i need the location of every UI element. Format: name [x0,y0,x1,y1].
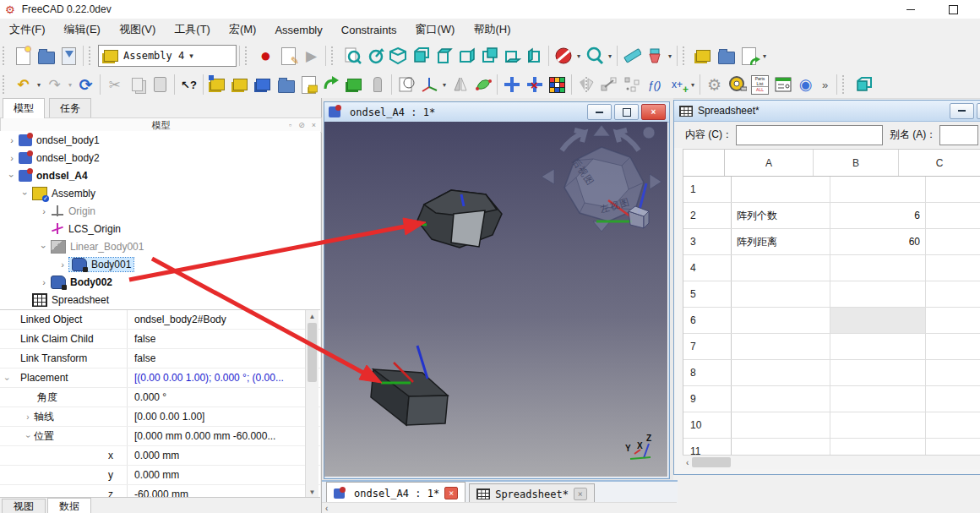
clipping-off-button[interactable] [552,45,574,68]
insert-part-button[interactable] [229,74,252,96]
tree-item-spreadsheet[interactable]: Spreadsheet [0,291,320,308]
tab-view[interactable]: 视图 [2,499,46,513]
cell-c3[interactable] [926,229,980,254]
cell-b4[interactable] [830,255,926,281]
tree-item-linear-body001[interactable]: ›Linear_Body001 [0,237,320,255]
toolbar-grip[interactable] [683,46,689,65]
3d-viewport[interactable]: 后视图 左视图 Z X Y [324,122,667,477]
tree-item-ondsel-body1[interactable]: ›ondsel_body1 [0,131,320,149]
cell-a6[interactable] [732,308,830,333]
chevron-down-icon[interactable]: ▾ [606,45,614,68]
flip-part-button[interactable] [449,74,471,96]
menu-constraints[interactable]: Constraints [332,19,406,41]
cell-c1[interactable] [926,177,980,202]
clipped-tool-button[interactable] [852,74,874,96]
polar-array-button[interactable] [620,74,643,96]
macro-edit-button[interactable]: ✎ [277,45,300,68]
row-header[interactable]: 8 [683,360,732,385]
insert-link-button[interactable] [297,74,320,96]
redo-button[interactable]: ↷ [43,74,66,96]
child-restore-button[interactable] [614,104,639,120]
menu-help[interactable]: 帮助(H) [464,19,520,41]
property-row[interactable]: Link Transformfalse [0,349,320,368]
scroll-left-icon[interactable]: ‹ [686,458,689,467]
chevron-down-icon[interactable]: ▾ [66,74,74,96]
scrollbar-thumb[interactable] [308,323,317,382]
chevron-down-icon[interactable]: › [7,169,17,183]
tree-item-origin[interactable]: ›Origin [0,202,320,220]
3d-view-titlebar[interactable]: ondsel_A4 : 1* × [324,102,669,123]
property-row[interactable]: ›轴线[0.00 0.00 1.00] [0,407,320,427]
spreadsheet-minimize-button[interactable] [950,103,974,119]
macro-record-button[interactable]: ● [254,45,277,68]
chevron-down-icon[interactable]: ▾ [666,45,674,68]
chevron-right-icon[interactable]: › [5,153,19,163]
refresh-button[interactable]: ⟳ [74,74,97,96]
cell-a4[interactable] [732,255,830,281]
cell-b9[interactable] [830,386,926,412]
view-front-button[interactable] [409,45,432,68]
chevron-down-icon[interactable]: › [20,187,30,200]
child-close-button[interactable]: × [641,104,666,120]
panel-undock-icon[interactable]: ⊘ [298,121,305,129]
spreadsheet-grid[interactable]: A B C 1 2阵列个数6 3阵列距离60 4 5 6 7 8 9 10 11 [683,149,980,455]
corner-cell[interactable] [683,150,725,176]
chevron-down-icon[interactable]: ▾ [760,45,769,68]
row-header[interactable]: 2 [683,203,732,228]
cell-a5[interactable] [732,281,830,307]
panel-float-icon[interactable]: ▫ [289,121,291,129]
cell-b7[interactable] [830,334,926,359]
column-header-a[interactable]: A [725,150,814,176]
row-header[interactable]: 9 [683,386,732,412]
tab-close-icon[interactable]: × [444,487,458,499]
undo-button[interactable]: ↶ [12,74,35,96]
menu-tools[interactable]: 工具(T) [165,19,220,41]
maximize-button[interactable] [940,2,966,17]
cell-b6-selected[interactable] [830,308,926,333]
view-right-button[interactable] [455,45,477,68]
row-header[interactable]: 4 [683,255,732,281]
new-file-button[interactable] [12,45,35,68]
menu-file[interactable]: 文件(F) [0,19,55,41]
cell-c2[interactable] [926,203,980,228]
property-row[interactable]: Link Claim Childfalse [0,330,320,349]
property-row-position[interactable]: ›位置[0.000 mm 0.000 mm -60.000... [0,427,320,446]
add-variable-button[interactable]: x++ [666,74,689,96]
cell-a9[interactable] [732,386,830,412]
mdi-tab-spreadsheet[interactable]: Spreadsheet* × [469,483,595,504]
open-file-button[interactable] [35,45,57,68]
cut-button[interactable]: ✂ [103,74,126,96]
toolbar-grip[interactable] [245,46,251,65]
solve-assembly-button[interactable] [343,74,366,96]
toolbar-overflow-button[interactable]: » [822,79,828,91]
cell-b5[interactable] [830,281,926,307]
minimize-button[interactable] [898,2,923,17]
configuration-button[interactable] [771,74,794,96]
import-link-button[interactable] [320,74,343,96]
property-row[interactable]: Linked Objectondsel_body2#Body [0,310,320,330]
menu-view[interactable]: 视图(V) [110,19,165,41]
visibility-button[interactable]: ◉ [794,74,817,96]
menu-assembly[interactable]: Assembly [265,19,331,41]
toolbar-grip[interactable] [331,46,337,65]
cell-a10[interactable] [732,412,830,438]
tree-item-lcs-origin[interactable]: LCS_Origin [0,220,320,237]
tree-item-assembly[interactable]: ›Assembly [0,184,320,202]
paste-button[interactable] [149,74,172,96]
cell-a3[interactable]: 阵列距离 [732,229,830,254]
menu-macro[interactable]: 宏(M) [220,19,266,41]
column-header-b[interactable]: B [814,150,899,176]
row-header[interactable]: 10 [683,412,732,438]
spreadsheet-hscrollbar[interactable]: ‹ [683,455,980,469]
datum-view-button[interactable] [395,74,417,96]
edit-placement-button[interactable] [471,74,494,96]
chevron-right-icon[interactable]: › [22,412,34,422]
cell-a8[interactable] [732,360,830,385]
chevron-right-icon[interactable]: › [5,135,19,145]
toolbar-grip[interactable] [842,75,848,94]
view-isometric-button[interactable] [386,45,409,68]
cell-a1[interactable] [732,177,830,202]
tree-item-body001[interactable]: ›Body001 [0,255,320,273]
export-button[interactable] [738,45,760,68]
property-row[interactable]: y0.000 mm [0,466,320,485]
